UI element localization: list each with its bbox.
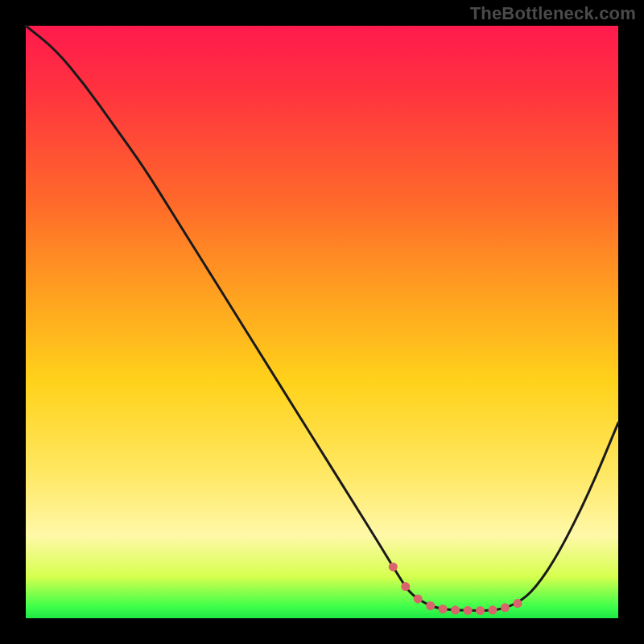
highlight-dot bbox=[401, 582, 410, 591]
curve-line bbox=[26, 26, 618, 610]
plot-area bbox=[26, 26, 618, 618]
highlight-dot bbox=[476, 606, 485, 615]
highlight-dot bbox=[489, 605, 497, 614]
highlight-dot bbox=[426, 601, 435, 610]
highlight-dot bbox=[501, 603, 510, 612]
watermark-text: TheBottleneck.com bbox=[470, 3, 636, 24]
highlight-dot bbox=[439, 605, 448, 613]
highlight-dot bbox=[389, 563, 398, 572]
highlight-dot bbox=[451, 605, 460, 614]
highlight-dot bbox=[513, 599, 522, 608]
highlight-dot bbox=[464, 606, 473, 615]
bottleneck-curve bbox=[26, 26, 618, 618]
chart-frame: TheBottleneck.com bbox=[0, 0, 644, 644]
highlight-dot bbox=[414, 594, 423, 603]
highlight-markers bbox=[389, 563, 522, 615]
